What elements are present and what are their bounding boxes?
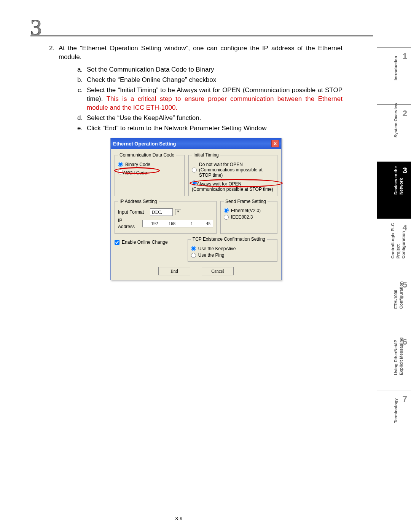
- enable-online-check[interactable]: Enable Online Change: [115, 239, 184, 245]
- step-c-red: This is a critical step to ensure proper…: [87, 95, 342, 111]
- end-button[interactable]: End: [158, 267, 190, 275]
- ip-seg-2[interactable]: 1: [178, 220, 195, 227]
- tab-3[interactable]: 3 Devices to the Network: [377, 161, 411, 219]
- dialog-title: Ethernet Operation Setting: [113, 141, 176, 147]
- step-2-text: At the “Ethernet Operation Setting windo…: [59, 45, 342, 61]
- format-value: DEC.: [152, 209, 162, 215]
- timing-opt1-input[interactable]: [192, 168, 197, 173]
- tab-7[interactable]: 7 Terminology: [377, 390, 411, 447]
- timing-opt2-label: Always wait for OPEN (Communication poss…: [192, 181, 273, 192]
- send-frame-group: Send Frame Setting Ethernet(V2.0) IEEE80…: [220, 198, 277, 234]
- tab-num: 7: [403, 394, 407, 404]
- tab-label-1: ETH-1000: [393, 263, 398, 309]
- tab-label-1: Using EtherNet/IP: [393, 329, 398, 375]
- page-number: 3-9: [0, 516, 358, 521]
- send-frame-legend: Send Frame Setting: [224, 198, 268, 204]
- tab-num: 1: [403, 51, 407, 61]
- comm-code-group: Communication Data Code Binary Code ASCI…: [115, 152, 185, 196]
- binary-radio[interactable]: Binary Code: [118, 162, 181, 167]
- ascii-radio-input[interactable]: [118, 169, 123, 174]
- ip-label: IP Address: [118, 217, 135, 230]
- tab-label-2: Project: [396, 213, 400, 259]
- init-timing-group: Initial Timing Do not wait for OPEN (Com…: [188, 152, 277, 196]
- step-2: At the “Ethernet Operation Setting windo…: [56, 44, 342, 133]
- ip-legend: IP Address Setting: [118, 198, 159, 204]
- step-d: Select the “Use the KeepAlive” function.: [84, 114, 342, 123]
- keepalive-radio[interactable]: Use the KeepAlive: [191, 246, 274, 251]
- tab-num: 2: [403, 109, 407, 118]
- ip-seg-3[interactable]: 45: [195, 220, 213, 227]
- tcp-exist-legend: TCP Existence Confirmation Setting: [191, 236, 267, 242]
- ip-seg-0[interactable]: 192: [143, 220, 160, 227]
- enable-online-label: Enable Online Change: [122, 239, 168, 245]
- tab-label-3: Configuration: [401, 213, 406, 259]
- chevron-down-icon[interactable]: ▼: [175, 209, 181, 215]
- dialog-titlebar: Ethernet Operation Setting ×: [111, 138, 281, 149]
- step-e: Click “End” to return to the Network Par…: [84, 124, 342, 133]
- binary-radio-input[interactable]: [118, 162, 123, 167]
- timing-opt2[interactable]: Always wait for OPEN (Communication poss…: [192, 181, 274, 192]
- format-select[interactable]: DEC.: [150, 208, 173, 216]
- main-content: At the “Ethernet Operation Setting windo…: [49, 44, 342, 280]
- ping-radio-input[interactable]: [191, 253, 196, 258]
- binary-label: Binary Code: [125, 162, 150, 167]
- ping-radio[interactable]: Use the Ping: [191, 252, 274, 258]
- enable-online-input[interactable]: [115, 240, 119, 245]
- ip-seg-1[interactable]: 168: [160, 220, 178, 227]
- tab-5[interactable]: 5 ETH-1000 Configuration: [377, 276, 411, 333]
- keepalive-label: Use the KeepAlive: [198, 246, 236, 251]
- ip-input[interactable]: 192 168 1 45: [142, 220, 213, 227]
- close-icon[interactable]: ×: [271, 140, 279, 147]
- sidebar-tabs: 1 Introduction 2 System Overview 3 Devic…: [377, 47, 411, 447]
- comm-code-legend: Communication Data Code: [118, 152, 176, 158]
- init-timing-legend: Initial Timing: [192, 152, 220, 158]
- step-list: At the “Ethernet Operation Setting windo…: [56, 44, 342, 133]
- ieee-radio-input[interactable]: [224, 215, 229, 220]
- step-a: Set the Communication Data Code to Binar…: [84, 66, 342, 74]
- timing-opt2-input[interactable]: [192, 181, 197, 185]
- ascii-radio[interactable]: ASCII Code: [118, 169, 147, 176]
- ieee-label: IEEE802.3: [231, 214, 253, 220]
- tab-label: System Overview: [393, 92, 398, 137]
- timing-opt1[interactable]: Do not wait for OPEN (Communications imp…: [192, 162, 274, 178]
- tab-label: Terminology: [393, 377, 398, 423]
- tab-label-2: Network: [399, 149, 403, 195]
- tcp-exist-group: TCP Existence Confirmation Setting Use t…: [188, 236, 277, 262]
- tab-label-2: Configuration: [399, 263, 403, 309]
- eth-radio[interactable]: Ethernet(V2.0): [224, 208, 274, 213]
- ieee-radio[interactable]: IEEE802.3: [224, 214, 274, 220]
- ethernet-dialog: Ethernet Operation Setting × Communicati…: [110, 138, 282, 280]
- timing-opt1-label: Do not wait for OPEN (Communications imp…: [199, 162, 274, 178]
- eth-label: Ethernet(V2.0): [231, 208, 261, 213]
- tab-label-2: Explicit Messaging: [399, 329, 403, 375]
- ip-setting-group: IP Address Setting Input Format DEC. ▼ I…: [115, 198, 217, 234]
- input-format-label: Input Format: [118, 209, 144, 215]
- tab-label: Introduction: [393, 35, 398, 80]
- ping-label: Use the Ping: [198, 252, 225, 258]
- step-b: Check the “Enable Online Change” checkbo…: [84, 76, 342, 85]
- keepalive-radio-input[interactable]: [191, 246, 196, 251]
- tab-label-1: Devices to the: [393, 149, 398, 195]
- cancel-button[interactable]: Cancel: [202, 267, 234, 275]
- tab-label-1: ControlLogix PLC: [390, 213, 395, 259]
- substeps: Set the Communication Data Code to Binar…: [84, 66, 342, 133]
- ascii-label: ASCII Code: [123, 170, 147, 176]
- step-c: Select the “Initial Timing” to be Always…: [84, 86, 342, 112]
- eth-radio-input[interactable]: [224, 208, 229, 213]
- rule: [30, 35, 373, 37]
